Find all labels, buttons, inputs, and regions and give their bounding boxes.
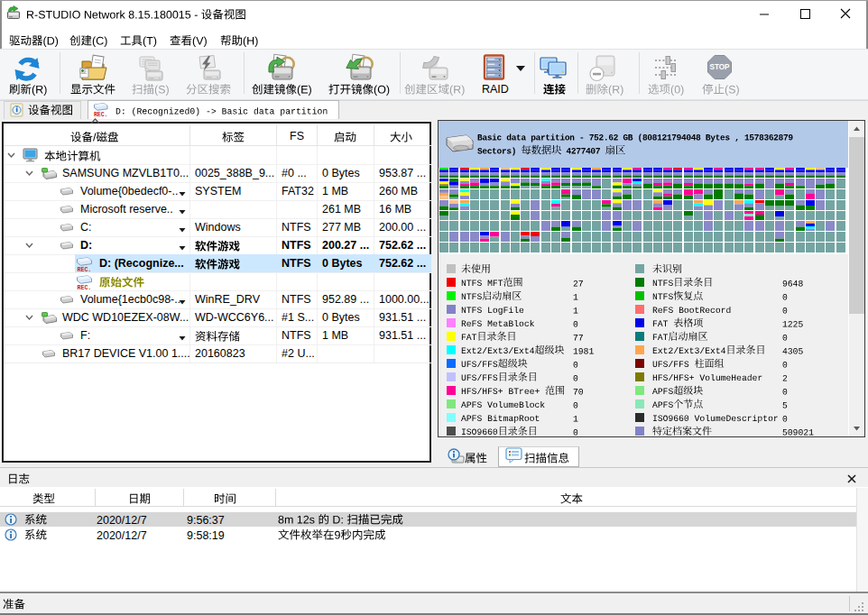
svg-text:STOP: STOP (709, 63, 730, 71)
svg-text:REC.: REC. (78, 267, 92, 271)
svg-text:REC.: REC. (94, 112, 107, 117)
svg-text:REC.: REC. (78, 285, 92, 289)
